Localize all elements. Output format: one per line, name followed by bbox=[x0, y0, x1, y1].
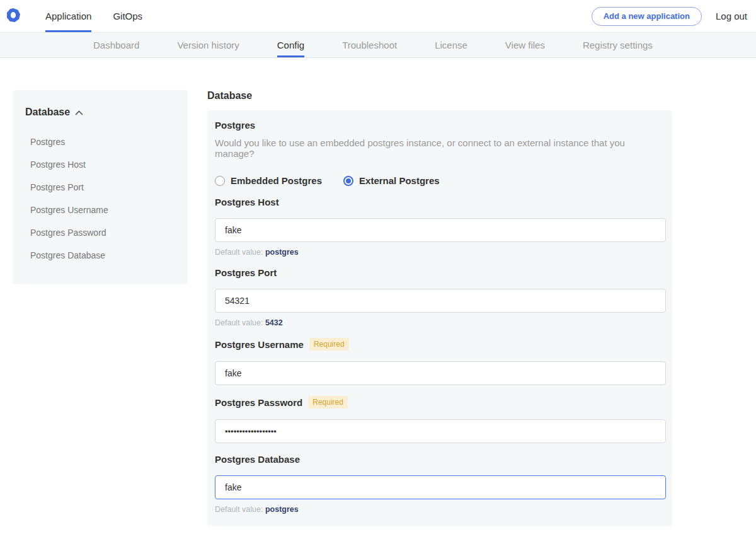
postgres-port-default: Default value: 5432 bbox=[215, 318, 665, 327]
chevron-up-icon bbox=[75, 107, 83, 118]
sidebar-item-postgres[interactable]: Postgres bbox=[25, 130, 175, 153]
field-postgres-port: Postgres Port Default value: 5432 bbox=[215, 267, 665, 327]
top-tabs: Application GitOps bbox=[45, 0, 142, 32]
subnav-tab-license[interactable]: License bbox=[435, 33, 467, 57]
radio-unchecked-icon[interactable] bbox=[215, 176, 225, 186]
subnav-tab-registry-settings[interactable]: Registry settings bbox=[583, 33, 653, 57]
config-sidebar: Database Postgres Postgres Host Postgres… bbox=[13, 90, 188, 284]
sidebar-item-postgres-password[interactable]: Postgres Password bbox=[25, 221, 175, 244]
radio-embedded-postgres[interactable]: Embedded Postgres bbox=[215, 175, 322, 186]
radio-external-postgres-label: External Postgres bbox=[359, 175, 440, 186]
required-badge: Required bbox=[309, 338, 349, 351]
field-postgres-username: Postgres Username Required bbox=[215, 338, 665, 385]
config-page: Database Postgres Postgres Host Postgres… bbox=[0, 58, 756, 551]
kots-logo-icon bbox=[6, 8, 20, 25]
config-group-heading: Database bbox=[207, 90, 672, 102]
config-main: Database Postgres Would you like to use … bbox=[207, 90, 672, 551]
logout-link[interactable]: Log out bbox=[716, 11, 747, 21]
add-new-application-button[interactable]: Add a new application bbox=[592, 7, 702, 26]
postgres-mode-radio-group: Embedded Postgres External Postgres bbox=[215, 175, 665, 186]
sidebar-group-database[interactable]: Database bbox=[25, 107, 175, 118]
top-tab-gitops[interactable]: GitOps bbox=[113, 0, 142, 32]
default-value-label: Default value: bbox=[215, 318, 265, 327]
postgres-username-input[interactable] bbox=[215, 361, 666, 385]
postgres-host-input[interactable] bbox=[215, 218, 666, 242]
field-postgres-password: Postgres Password Required bbox=[215, 396, 665, 443]
top-tab-application[interactable]: Application bbox=[45, 0, 91, 32]
sidebar-group-label: Database bbox=[25, 107, 70, 118]
sidebar-item-postgres-host[interactable]: Postgres Host bbox=[25, 153, 175, 176]
subnav-tab-view-files[interactable]: View files bbox=[505, 33, 545, 57]
postgres-port-label: Postgres Port bbox=[215, 267, 277, 278]
sidebar-item-postgres-port[interactable]: Postgres Port bbox=[25, 176, 175, 199]
required-badge: Required bbox=[308, 396, 348, 409]
subnav-tab-dashboard[interactable]: Dashboard bbox=[93, 33, 139, 57]
postgres-host-label: Postgres Host bbox=[215, 197, 279, 207]
postgres-password-input[interactable] bbox=[215, 419, 666, 443]
postgres-database-input[interactable] bbox=[215, 475, 666, 499]
subnav-tab-troubleshoot[interactable]: Troubleshoot bbox=[342, 33, 397, 57]
radio-external-postgres[interactable]: External Postgres bbox=[343, 175, 440, 186]
postgres-username-label: Postgres Username bbox=[215, 339, 304, 350]
default-value-text: 5432 bbox=[265, 318, 283, 327]
postgres-port-input[interactable] bbox=[215, 289, 666, 313]
postgres-help-text: Would you like to use an embedded postgr… bbox=[215, 137, 665, 159]
postgres-item-label: Postgres bbox=[215, 120, 665, 130]
subnav-tab-version-history[interactable]: Version history bbox=[177, 33, 239, 57]
field-postgres-database: Postgres Database Default value: postgre… bbox=[215, 454, 665, 514]
top-navigation-bar: Application GitOps Add a new application… bbox=[0, 0, 756, 33]
sidebar-item-postgres-database[interactable]: Postgres Database bbox=[25, 244, 175, 267]
postgres-password-label: Postgres Password bbox=[215, 397, 302, 408]
radio-embedded-postgres-label: Embedded Postgres bbox=[231, 175, 322, 186]
app-subnav: Dashboard Version history Config Trouble… bbox=[0, 33, 756, 58]
sidebar-item-list: Postgres Postgres Host Postgres Port Pos… bbox=[25, 130, 175, 267]
sidebar-item-postgres-username[interactable]: Postgres Username bbox=[25, 199, 175, 221]
postgres-database-label: Postgres Database bbox=[215, 454, 300, 465]
field-postgres-host: Postgres Host Default value: postgres bbox=[215, 197, 665, 257]
default-value-label: Default value: bbox=[215, 248, 265, 257]
radio-checked-icon[interactable] bbox=[343, 176, 353, 186]
default-value-text: postgres bbox=[265, 248, 299, 257]
postgres-host-default: Default value: postgres bbox=[215, 248, 665, 257]
app-logo[interactable] bbox=[6, 0, 20, 32]
subnav-tab-config[interactable]: Config bbox=[277, 33, 304, 57]
database-config-card: Postgres Would you like to use an embedd… bbox=[207, 110, 672, 526]
postgres-database-default: Default value: postgres bbox=[215, 505, 665, 514]
default-value-label: Default value: bbox=[215, 505, 265, 514]
default-value-text: postgres bbox=[265, 505, 299, 514]
